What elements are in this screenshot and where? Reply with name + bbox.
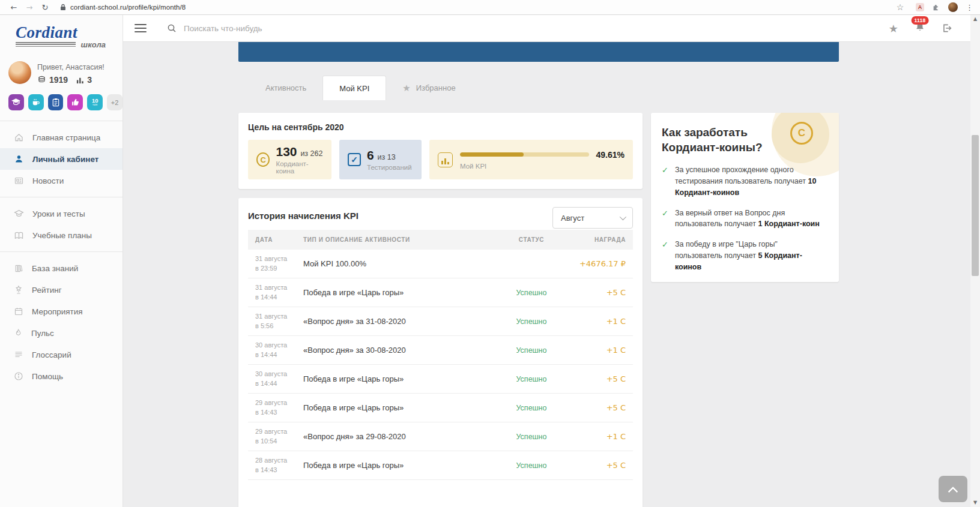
badge-top10[interactable]: 10 топ [87, 94, 103, 110]
browser-chrome: ← → ↻ cordiant-school.ru/profile/kpi/mon… [0, 0, 980, 15]
adobe-extension-icon[interactable]: A [916, 3, 924, 11]
row-status: Успешно [492, 289, 570, 297]
scrollbar-thumb[interactable] [972, 135, 979, 276]
tab-favorites[interactable]: ★Избранное [386, 76, 471, 100]
tests-label: Тестирований [367, 164, 412, 171]
row-reward: +5 C [570, 403, 633, 412]
sidebar-item-events[interactable]: Мероприятия [0, 301, 122, 322]
row-date: 31 августав 14:44 [248, 283, 303, 302]
coins-label: Кордиант-коина [276, 160, 323, 175]
badge-graduation-icon[interactable] [8, 94, 24, 110]
topbar: ★ 1118 [123, 15, 970, 42]
tabs: Активность Мой KPI ★Избранное [249, 76, 472, 100]
newspaper-icon [14, 176, 24, 185]
scroll-to-top-button[interactable] [939, 476, 967, 502]
badge-clipboard-icon[interactable] [48, 94, 64, 110]
bookmark-star-icon[interactable]: ☆ [892, 2, 908, 12]
bar-chart-icon [76, 76, 84, 84]
tests-total: из 13 [378, 153, 396, 161]
table-row[interactable]: 31 августав 23:59 Мой KPI 100.00% +4676.… [248, 250, 633, 278]
chevron-down-icon [620, 214, 626, 220]
sidebar-item-pulse[interactable]: Пульс [0, 322, 122, 344]
table-row[interactable]: 31 августав 5:56 «Вопрос дня» за 31-08-2… [248, 307, 633, 336]
nav-divider [0, 251, 122, 252]
earn-item: ✓ За победу в игре "Царь горы" пользоват… [662, 239, 827, 272]
earn-item: ✓ За успешное прохождение одного тестиро… [662, 164, 827, 198]
browser-forward-icon[interactable]: → [22, 3, 37, 12]
avatar[interactable] [8, 61, 31, 84]
logo-brand-text: Cordiant [16, 25, 106, 41]
table-row[interactable]: 30 августав 14:44 «Вопрос дня» за 30-08-… [248, 336, 633, 365]
search-input[interactable] [184, 24, 436, 33]
calendar-icon [14, 307, 23, 316]
browser-reload-icon[interactable]: ↻ [37, 3, 53, 12]
row-date: 28 августав 14:43 [248, 456, 303, 475]
month-dropdown[interactable]: Август [552, 207, 633, 229]
sidebar-item-plans[interactable]: Учебные планы [0, 224, 122, 246]
kpi-progress-track [460, 152, 589, 157]
browser-back-icon[interactable]: ← [6, 3, 22, 12]
scrollbar-up-arrow[interactable]: ▲ [970, 15, 980, 23]
badge-coffee-icon[interactable] [28, 94, 44, 110]
checkmark-icon: ✓ [662, 164, 668, 198]
sidebar-item-news[interactable]: Новости [0, 170, 122, 191]
table-row[interactable]: 30 августав 14:44 Победа в игре «Царь го… [248, 365, 633, 394]
row-status: Успешно [492, 404, 570, 412]
home-icon [16, 134, 22, 141]
sidebar-item-glossary[interactable]: Глоссарий [0, 344, 122, 365]
badge-thumbs-up-icon[interactable] [67, 94, 83, 110]
level-value: 3 [87, 75, 92, 85]
notifications-bell[interactable]: 1118 [915, 22, 925, 35]
row-date: 31 августав 5:56 [248, 312, 303, 331]
address-bar[interactable]: cordiant-school.ru/profile/kpi/month/8 [60, 4, 892, 11]
browser-profile-avatar[interactable] [948, 2, 958, 12]
coin-icon: C [256, 152, 270, 167]
col-date: ДАТА [248, 236, 303, 243]
coins-earned: 130 [276, 145, 297, 158]
badges-more-button[interactable]: +2 [107, 94, 122, 110]
row-reward: +5 C [570, 288, 633, 297]
row-status: Успешно [492, 375, 570, 383]
checkmark-icon: ✓ [662, 208, 668, 230]
extensions-puzzle-icon[interactable] [932, 3, 940, 11]
row-type: «Вопрос дня» за 29-08-2020 [303, 432, 492, 441]
sidebar-item-help[interactable]: Помощь [0, 365, 122, 387]
books-icon [14, 264, 23, 273]
row-date: 29 августав 14:43 [248, 398, 303, 417]
search-bar[interactable] [167, 23, 889, 33]
sidebar: Cordiant школа Привет, Анастасия! 1919 3 [0, 15, 123, 507]
table-row[interactable]: 29 августав 10:54 «Вопрос дня» за 29-08-… [248, 422, 633, 451]
tab-my-kpi[interactable]: Мой KPI [322, 76, 386, 100]
kpi-progress-fill [460, 152, 524, 157]
row-reward: +1 C [570, 317, 633, 326]
favorites-star-icon[interactable]: ★ [889, 22, 898, 35]
trophy-star-icon [14, 285, 23, 295]
table-row[interactable]: 29 августав 14:43 Победа в игре «Царь го… [248, 394, 633, 422]
sidebar-item-home[interactable]: Главная страница [0, 127, 122, 148]
info-icon [14, 371, 23, 381]
sidebar-item-rating[interactable]: Рейтинг [0, 279, 122, 301]
sidebar-item-lessons[interactable]: Уроки и тесты [0, 203, 122, 224]
sidebar-item-profile[interactable]: Личный кабинет [0, 148, 122, 170]
favorites-tab-star-icon: ★ [402, 83, 410, 94]
main-content: Активность Мой KPI ★Избранное Цель на се… [123, 42, 970, 507]
page-scrollbar[interactable]: ▲ ▼ [970, 15, 980, 507]
coins-total: из 262 [300, 149, 322, 158]
scrollbar-down-arrow[interactable]: ▼ [970, 499, 980, 507]
logout-icon[interactable] [942, 23, 952, 34]
hamburger-menu-icon[interactable] [135, 22, 147, 35]
row-reward: +1 C [570, 346, 633, 355]
cordiant-logo[interactable]: Cordiant школа [16, 25, 106, 47]
table-row[interactable]: 31 августав 14:44 Победа в игре «Царь го… [248, 278, 633, 307]
tab-activity[interactable]: Активность [249, 76, 322, 100]
row-type: Победа в игре «Царь горы» [303, 288, 492, 297]
logo-sub-text: школа [81, 40, 106, 49]
goal-card: Цель на сентябрь 2020 C 130 из 262 Корди… [238, 113, 643, 189]
logo-stripes [16, 42, 76, 47]
open-book-icon [14, 231, 24, 240]
browser-menu-icon[interactable]: ⋮ [966, 3, 973, 12]
table-row[interactable]: 28 августав 14:43 Победа в игре «Царь го… [248, 451, 633, 480]
month-dropdown-value: Август [561, 214, 620, 223]
sidebar-item-knowledge[interactable]: База знаний [0, 257, 122, 279]
person-icon [14, 154, 24, 164]
